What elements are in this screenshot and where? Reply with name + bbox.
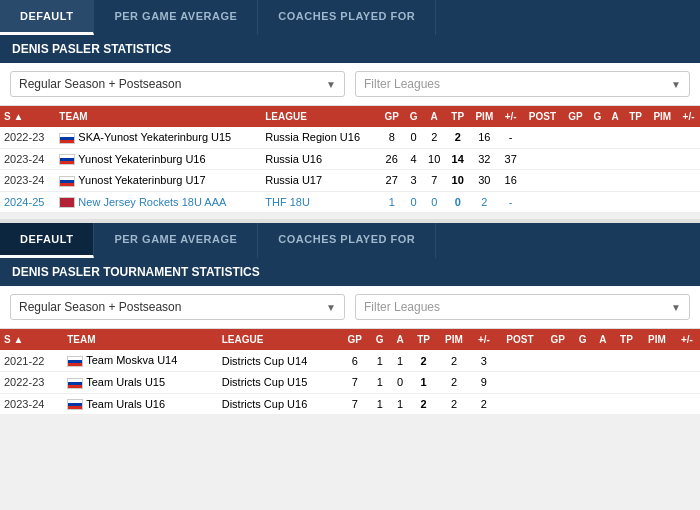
col-header-12: A <box>593 329 613 350</box>
stats-table: S ▲TEAMLEAGUEGPGATPPIM+/-POSTGPGATPPIM+/… <box>0 329 700 415</box>
cell-0-13 <box>613 350 640 371</box>
col-header-7: PIM <box>470 106 500 127</box>
cell-2-2: Russia U17 <box>261 170 379 192</box>
cell-0-7: 16 <box>470 127 500 148</box>
cell-1-1: Yunost Yekaterinburg U16 <box>55 148 261 170</box>
chevron-down-icon: ▼ <box>326 302 336 313</box>
cell-1-11 <box>572 371 593 393</box>
cell-1-0: 2023-24 <box>0 148 55 170</box>
tab-coaches-played-for[interactable]: COACHES PLAYED FOR <box>258 223 436 258</box>
cell-1-15 <box>674 371 700 393</box>
cell-2-2: Districts Cup U16 <box>218 393 340 415</box>
cell-1-1: Team Urals U15 <box>63 371 217 393</box>
col-header-5: A <box>390 329 410 350</box>
col-header-10: GP <box>563 106 589 127</box>
table-row: 2024-25New Jersey Rockets 18U AAATHF 18U… <box>0 191 700 213</box>
col-header-4: G <box>369 329 390 350</box>
cell-1-11 <box>588 148 606 170</box>
cell-0-11 <box>572 350 593 371</box>
team-name: Yunost Yekaterinburg U16 <box>78 153 205 165</box>
col-header-15: +/- <box>677 106 700 127</box>
cell-3-9 <box>522 191 562 213</box>
stats-table: S ▲TEAMLEAGUEGPGATPPIM+/-POSTGPGATPPIM+/… <box>0 106 700 213</box>
cell-2-10 <box>543 393 572 415</box>
col-header-0[interactable]: S ▲ <box>0 329 63 350</box>
cell-1-9 <box>497 371 543 393</box>
col-header-0[interactable]: S ▲ <box>0 106 55 127</box>
col-header-2: LEAGUE <box>218 329 340 350</box>
cell-3-7: 2 <box>470 191 500 213</box>
cell-3-15 <box>677 191 700 213</box>
team-name[interactable]: New Jersey Rockets 18U AAA <box>78 196 226 208</box>
team-name: Team Urals U15 <box>86 376 165 388</box>
cell-3-13 <box>624 191 648 213</box>
cell-2-13 <box>624 170 648 192</box>
team-name: Yunost Yekaterinburg U17 <box>78 174 205 186</box>
tab-default[interactable]: DEFAULT <box>0 0 94 35</box>
col-header-2: LEAGUE <box>261 106 379 127</box>
col-header-5: A <box>423 106 446 127</box>
col-header-11: G <box>588 106 606 127</box>
league-filter[interactable]: Filter Leagues▼ <box>355 71 690 97</box>
cell-1-12 <box>606 148 623 170</box>
cell-2-1: Yunost Yekaterinburg U17 <box>55 170 261 192</box>
cell-0-9 <box>522 127 562 148</box>
league-filter[interactable]: Filter Leagues▼ <box>355 294 690 320</box>
flag-icon <box>59 197 75 208</box>
filters-row: Regular Season + Postseason▼Filter Leagu… <box>0 286 700 329</box>
cell-2-0: 2023-24 <box>0 170 55 192</box>
team-name: SKA-Yunost Yekaterinburg U15 <box>78 131 231 143</box>
cell-2-7: 30 <box>470 170 500 192</box>
cell-3-12 <box>606 191 623 213</box>
cell-2-9 <box>497 393 543 415</box>
cell-1-15 <box>677 148 700 170</box>
tab-coaches-played-for[interactable]: COACHES PLAYED FOR <box>258 0 436 35</box>
cell-1-12 <box>593 371 613 393</box>
cell-2-0: 2023-24 <box>0 393 63 415</box>
cell-1-13 <box>613 371 640 393</box>
cell-0-14 <box>640 350 674 371</box>
cell-2-3: 27 <box>379 170 405 192</box>
cell-3-2: THF 18U <box>261 191 379 213</box>
table-row: 2022-23Team Urals U15Districts Cup U1571… <box>0 371 700 393</box>
cell-2-3: 7 <box>340 393 369 415</box>
cell-2-15 <box>674 393 700 415</box>
flag-icon <box>67 378 83 389</box>
cell-1-5: 0 <box>390 371 410 393</box>
cell-2-5: 1 <box>390 393 410 415</box>
cell-1-4: 4 <box>405 148 423 170</box>
col-header-6: TP <box>446 106 470 127</box>
tab-per-game-average[interactable]: PER GAME AVERAGE <box>94 0 258 35</box>
filters-row: Regular Season + Postseason▼Filter Leagu… <box>0 63 700 106</box>
tab-bar: DEFAULTPER GAME AVERAGECOACHES PLAYED FO… <box>0 0 700 35</box>
cell-2-9 <box>522 170 562 192</box>
cell-0-14 <box>648 127 678 148</box>
cell-0-6: 2 <box>446 127 470 148</box>
flag-icon <box>67 399 83 410</box>
cell-3-4: 0 <box>405 191 423 213</box>
cell-3-5: 0 <box>423 191 446 213</box>
cell-1-10 <box>563 148 589 170</box>
season-filter[interactable]: Regular Season + Postseason▼ <box>10 294 345 320</box>
league-filter-placeholder: Filter Leagues <box>364 300 440 314</box>
cell-0-2: Districts Cup U14 <box>218 350 340 371</box>
cell-2-11 <box>572 393 593 415</box>
cell-3-11 <box>588 191 606 213</box>
col-header-9: POST <box>522 106 562 127</box>
col-header-14: PIM <box>648 106 678 127</box>
tab-default[interactable]: DEFAULT <box>0 223 94 258</box>
cell-0-8: - <box>499 127 522 148</box>
chevron-down-icon: ▼ <box>671 79 681 90</box>
cell-1-14 <box>640 371 674 393</box>
cell-0-6: 2 <box>410 350 437 371</box>
cell-0-7: 2 <box>437 350 471 371</box>
cell-1-14 <box>648 148 678 170</box>
cell-2-8: 16 <box>499 170 522 192</box>
cell-0-5: 1 <box>390 350 410 371</box>
tab-per-game-average[interactable]: PER GAME AVERAGE <box>94 223 258 258</box>
cell-0-0: 2022-23 <box>0 127 55 148</box>
cell-1-8: 9 <box>471 371 497 393</box>
col-header-14: PIM <box>640 329 674 350</box>
season-filter[interactable]: Regular Season + Postseason▼ <box>10 71 345 97</box>
cell-3-0: 2024-25 <box>0 191 55 213</box>
